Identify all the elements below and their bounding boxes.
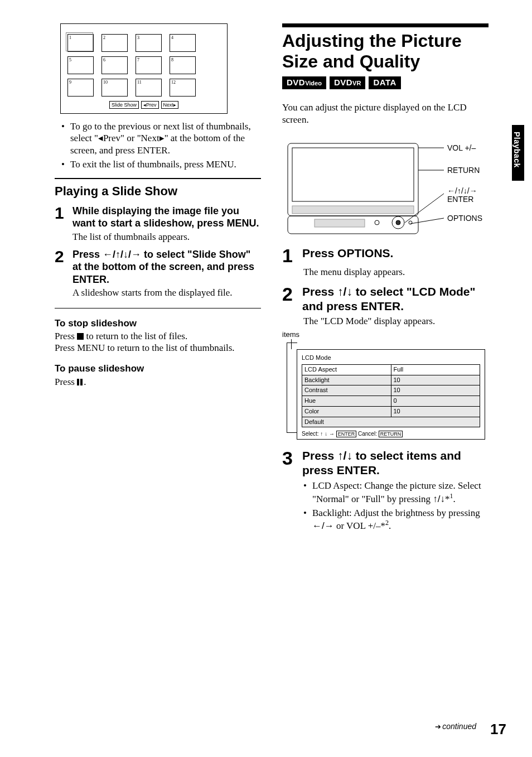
svg-rect-1 [292,148,414,201]
lcd-row-key: Color [302,406,391,417]
lcd-mode-panel: items LCD Mode LCD AspectFull Backlight1… [282,330,489,440]
svg-point-7 [375,220,379,225]
lcd-row-val: 10 [391,385,480,396]
body-text: Press . [55,376,261,388]
thumbnail: 5 [67,56,94,74]
bullet-text: To exit the list of thumbnails, press ME… [55,158,261,170]
svg-rect-0 [288,143,418,216]
stop-icon [77,333,84,340]
step-body: The menu display appears. [303,266,489,278]
page-number: 17 [490,720,506,739]
lcd-row-val: Full [391,364,480,375]
bullet-text: To go to the previous or next list of th… [55,120,261,156]
thumbnail: 12 [170,79,196,97]
label-vol: VOL +/– [447,143,476,153]
arrows-icon: ↑/↓ [337,449,352,462]
lcd-row-key: Hue [302,396,391,407]
step-body: A slideshow starts from the displayed fi… [72,287,261,298]
intro-text: You can adjust the picture displayed on … [282,102,489,126]
lcd-row-val: 10 [391,406,480,417]
body-text: Press MENU to return to the list of thum… [55,342,261,354]
step-number: 3 [282,449,297,478]
body-text: Press to return to the list of files. [55,330,261,342]
sub-heading: To stop slideshow [55,317,261,329]
next-button: Next▸ [161,101,179,109]
arrows-icon: ←/↑/↓/→ [103,249,141,260]
step-heading: Press ←/↑/↓/→ to select "Slide Show" at … [72,248,261,286]
left-column: 1 2 3 4 5 6 7 8 9 10 11 12 [55,23,261,534]
continued-label: continued [435,722,476,732]
lcd-table: LCD AspectFull Backlight10 Contrast10 Hu… [302,364,480,428]
lcd-row-val: 10 [391,375,480,385]
side-tab: Playback [512,125,524,181]
lcd-row-key: Default [302,417,480,427]
svg-rect-3 [292,206,414,214]
thumbnail-grid: 1 2 3 4 5 6 7 8 9 10 11 12 [60,23,228,114]
lcd-caption: items [282,330,489,339]
badge-dvd-video: DVDVideo [282,76,326,90]
badge-dvd-vr: DVDVR [330,76,365,90]
return-keycap: RETURN [379,431,403,437]
prev-button: ◂Prev [141,101,159,109]
thumbnail: 1 [67,34,94,52]
lcd-row-key: LCD Aspect [302,364,391,375]
thumbnail: 3 [136,34,162,52]
step-heading: Press OPTIONS. [302,246,393,265]
thumbnail: 2 [101,34,128,52]
label-arrows-enter: ←/↑/↓/→ENTER [447,187,477,203]
thumbnail: 6 [101,56,128,74]
step-number: 1 [55,205,67,230]
step-body: The "LCD Mode" display appears. [303,315,489,327]
lcd-row-key: Contrast [302,385,391,396]
svg-line-12 [410,218,444,224]
label-options: OPTIONS [447,214,482,224]
enter-keycap: ENTER [336,431,357,437]
step-heading: While displaying the image file you want… [72,205,261,230]
thumbnail: 11 [136,79,162,97]
slideshow-button: Slide Show [109,101,139,109]
pause-icon [77,377,84,388]
lcd-row-val: 0 [391,396,480,407]
main-heading: Adjusting the Picture Size and Quality [282,31,489,72]
step-heading: Press ↑/↓ to select items and press ENTE… [302,449,489,478]
arrows-icon: ↑/↓ [337,285,352,298]
thumbnail: 7 [136,56,162,74]
right-column: Adjusting the Picture Size and Quality D… [282,23,489,534]
device-diagram: VOL +/– RETURN ←/↑/↓/→ENTER OPTIONS [282,129,489,240]
thumbnail: 9 [67,79,94,97]
step-number: 1 [282,246,297,265]
label-return: RETURN [447,166,480,176]
svg-rect-4 [315,219,365,227]
step-number: 2 [55,248,67,286]
section-heading: Playing a Slide Show [55,184,261,199]
step-heading: Press ↑/↓ to select "LCD Mode" and press… [302,285,489,314]
thumbnail: 10 [101,79,128,97]
badge-data: DATA [369,76,400,90]
lcd-footer: Select: ↑ ↓ → ENTER Cancel: RETURN [302,431,480,438]
sub-heading: To pause slideshow [55,363,261,374]
thumbnail: 4 [170,34,196,52]
step-body: The list of thumbnails appears. [72,231,261,243]
bullet-text: Backlight: Adjust the brightness by pres… [303,507,489,532]
lcd-row-key: Backlight [302,375,391,385]
step-number: 2 [282,285,297,314]
thumbnail: 8 [170,56,196,74]
svg-point-6 [396,220,400,225]
bullet-text: LCD Aspect: Change the picture size. Sel… [303,480,489,504]
lcd-title: LCD Mode [302,354,480,362]
